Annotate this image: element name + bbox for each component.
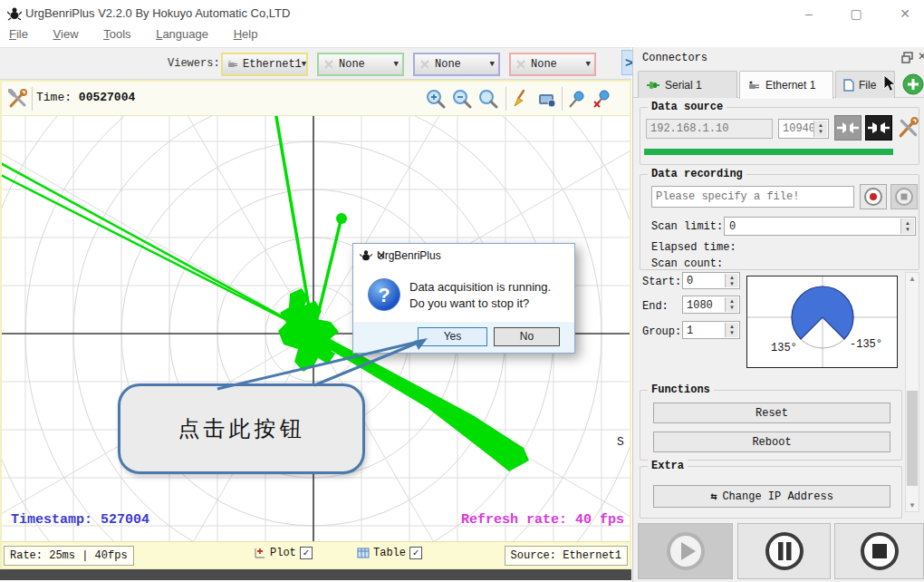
plot-toggle-label: Plot (270, 547, 296, 559)
serial-icon (646, 79, 660, 92)
clear-broom-icon[interactable] (511, 89, 531, 109)
pause-button[interactable] (737, 523, 831, 579)
tab-ethernet-1-label: Ethernet 1 (765, 79, 815, 92)
time-value: 00527004 (79, 91, 135, 104)
dialog-message-line1: Data acquisition is running. (409, 280, 551, 294)
reset-button-label: Reset (756, 407, 788, 420)
zoom-out-icon[interactable] (452, 89, 472, 109)
close-panel-icon[interactable]: ✕ (918, 50, 924, 63)
time-label: Time: (36, 91, 72, 104)
float-panel-icon[interactable] (901, 52, 913, 63)
group-label: Group: (642, 325, 681, 338)
viewer-selector-1[interactable]: Ethernet1 ▼ (221, 53, 308, 76)
end-label: End: (642, 300, 669, 313)
record-button[interactable] (860, 184, 887, 209)
stop-icon (859, 530, 900, 572)
viewer-selector-4[interactable]: None ▼ (509, 53, 596, 76)
snapshot-icon[interactable] (537, 89, 557, 109)
group-spinner[interactable]: 1 ▲▼ (682, 321, 740, 339)
menu-language[interactable]: Language (156, 27, 208, 41)
toolbar-separator (32, 87, 33, 111)
viewer-selector-2-value: None (339, 58, 365, 71)
pin-icon[interactable] (567, 89, 587, 109)
add-connector-button[interactable] (901, 73, 924, 96)
spinner-arrows-icon[interactable]: ▲▼ (725, 323, 738, 337)
dialog-close-icon[interactable]: ✕ (377, 249, 567, 262)
record-file-input[interactable] (651, 186, 854, 208)
reboot-button[interactable]: Reboot (653, 432, 890, 452)
spinner-arrows-icon[interactable]: ▲▼ (900, 218, 914, 234)
scroll-up-icon[interactable]: ▲ (906, 275, 919, 283)
close-button[interactable]: ✕ (890, 4, 920, 24)
viewer-status-bar: Rate: 25ms | 40fps Plot ✓ Table ✓ Source… (2, 541, 630, 568)
plugged-icon (866, 116, 891, 140)
play-icon (665, 530, 707, 572)
unpin-icon[interactable] (592, 89, 612, 109)
functions-group: Functions Reset Reboot (640, 390, 902, 461)
panel-scrollbar[interactable]: ▲ ▼ (905, 272, 919, 512)
spinner-arrows-icon[interactable]: ▲▼ (725, 274, 738, 287)
chevron-down-icon: ▼ (586, 60, 591, 69)
mouse-cursor-icon (883, 74, 896, 92)
scan-limit-spinner[interactable]: 0 ▲▼ (724, 217, 916, 236)
tab-ethernet-1[interactable]: Ethernet 1 (739, 71, 833, 99)
dialog-title-bar[interactable]: UrgBenriPlus ✕ (353, 244, 574, 267)
tab-file-label: File (859, 79, 876, 92)
viewer-selector-1-value: Ethernet1 (243, 58, 302, 71)
extra-group: Extra ⇆ Change IP Address (640, 466, 902, 519)
file-icon (843, 79, 854, 92)
elapsed-time-label: Elapsed time: (651, 241, 736, 254)
port-spinner[interactable]: 10940 ▲▼ (778, 119, 829, 139)
menu-view[interactable]: View (53, 27, 79, 41)
clipped-edge-text: S (617, 435, 624, 449)
question-icon: ? (368, 278, 400, 311)
end-spinner[interactable]: 1080 ▲▼ (682, 296, 740, 314)
viewer-selector-3[interactable]: None ▼ (413, 53, 500, 76)
maximize-button[interactable]: ▢ (841, 4, 871, 24)
tab-serial-1[interactable]: Serial 1 (638, 71, 737, 98)
annotation-callout: 点击此按钮 (118, 383, 365, 474)
none-x-icon (419, 58, 431, 71)
zoom-reset-icon[interactable] (478, 89, 498, 109)
spinner-arrows-icon[interactable]: ▲▼ (813, 121, 827, 137)
scroll-down-icon[interactable]: ▼ (906, 501, 919, 509)
dialog-button-strip: Yes No (353, 322, 574, 353)
change-ip-button[interactable]: ⇆ Change IP Address (653, 485, 890, 508)
plot-checkbox[interactable]: ✓ (300, 547, 313, 559)
connection-settings-icon[interactable] (898, 117, 919, 139)
minimize-button[interactable]: – (794, 4, 824, 24)
menu-file[interactable]: File (9, 27, 28, 41)
plot-settings-icon[interactable] (8, 89, 28, 109)
stop-button[interactable] (834, 523, 924, 579)
refresh-rate-label: Refresh rate: 40 fps (461, 512, 624, 528)
plot-toggle[interactable]: Plot ✓ (254, 547, 313, 559)
menu-tools[interactable]: Tools (103, 27, 130, 41)
table-toggle[interactable]: Table ✓ (357, 547, 422, 559)
yes-button[interactable]: Yes (418, 327, 487, 346)
play-button[interactable] (638, 523, 733, 579)
spinner-arrows-icon[interactable]: ▲▼ (725, 297, 738, 312)
dialog-message-line2: Do you want to stop it? (409, 296, 529, 310)
menu-bar: File View Tools Language Help (0, 27, 924, 47)
connectors-header: Connectors ✕ (633, 47, 924, 69)
no-button[interactable]: No (494, 327, 560, 346)
angle-right-label: -135° (850, 338, 882, 351)
stop-record-button[interactable] (890, 184, 918, 209)
table-checkbox[interactable]: ✓ (409, 547, 422, 559)
stop-record-icon (891, 185, 917, 209)
dialog-app-icon (360, 249, 372, 262)
chevron-down-icon: ▼ (490, 60, 495, 69)
connect-button[interactable] (865, 115, 892, 141)
scrollbar-thumb[interactable] (907, 391, 918, 486)
disconnect-button[interactable] (834, 115, 861, 141)
zoom-in-icon[interactable] (426, 89, 446, 109)
stop-acquisition-dialog: UrgBenriPlus ✕ ? Data acquisition is run… (352, 243, 575, 354)
plug-icon (226, 58, 239, 71)
ip-address-field[interactable] (646, 119, 773, 139)
reset-button[interactable]: Reset (653, 403, 890, 423)
viewer-selector-2[interactable]: None ▼ (317, 53, 404, 76)
chevron-down-icon: ▼ (394, 60, 399, 69)
start-spinner[interactable]: 0 ▲▼ (682, 272, 740, 289)
annotation-text: 点击此按钮 (178, 414, 305, 443)
menu-help[interactable]: Help (234, 27, 258, 41)
